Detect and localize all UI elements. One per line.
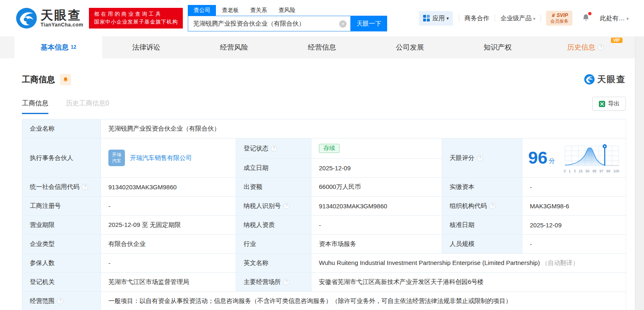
tianyancha-swirl-icon — [584, 74, 595, 85]
score-unit: 分 — [549, 157, 555, 165]
field-label: 企业类型 — [22, 235, 101, 254]
business-term-value: 2025-12-09 至 无固定期限 — [101, 216, 236, 235]
industry-value: 资本市场服务 — [311, 235, 442, 254]
field-label: 人员规模 — [442, 235, 522, 254]
tab-basic-info[interactable]: 基本信息 12 — [14, 36, 102, 58]
org-code-value: MAK3GM98-6 — [522, 197, 626, 216]
field-label: 行业 — [236, 235, 311, 254]
field-label: 执行事务合伙人 — [22, 138, 101, 178]
search-button[interactable]: 天眼一下 — [351, 16, 387, 31]
field-label: 经营范围? — [22, 292, 101, 310]
staff-size-value: - — [522, 235, 626, 254]
divider — [459, 15, 459, 21]
field-label: 参保人数 — [22, 254, 101, 273]
chevron-down-icon: ▾ — [446, 16, 449, 21]
tab-count: 12 — [71, 44, 76, 50]
company-nav-tabs: 基本信息 12 法律诉讼 经营风险 经营信息 公司发展 知识产权 VIP 历史信… — [0, 36, 644, 58]
help-icon[interactable]: ? — [489, 203, 496, 209]
subtab-business-info[interactable]: 工商信息 — [22, 99, 48, 114]
field-label: 企业名称 — [22, 119, 101, 138]
field-label: 实缴资本 — [442, 178, 522, 197]
notification-bell-icon[interactable] — [582, 13, 590, 24]
excel-icon — [599, 100, 606, 107]
divider — [495, 15, 495, 21]
help-icon[interactable]: ? — [283, 203, 290, 209]
field-label: 统一社会信用代码? — [22, 178, 101, 197]
help-icon[interactable]: ? — [57, 298, 63, 304]
search-tab-company[interactable]: 查公司 — [188, 5, 216, 16]
field-label: 主要经营场所? — [236, 273, 311, 292]
field-label: 工商注册号 — [22, 197, 101, 216]
table-row: 企业类型 有限合伙企业 行业 资本市场服务 人员规模 - — [22, 235, 626, 254]
tianyancha-logo[interactable]: 天眼查 TianYanCha.com — [16, 7, 83, 29]
partner-avatar[interactable]: 开瑞汽车 — [108, 150, 125, 166]
table-row: 参保人数 - 英文名称 Wuhu Ruiteng Industrial Inve… — [22, 254, 626, 273]
table-row: 统一社会信用代码? 91340203MAK3GM9860 出资额 66000万人… — [22, 178, 626, 197]
tianyancha-swirl-icon — [16, 7, 37, 29]
field-label: 登记状态? — [236, 138, 311, 159]
subtab-history-business-info[interactable]: 历史工商信息0 — [66, 99, 109, 114]
insured-count-value: - — [101, 254, 236, 273]
menu-enterprise[interactable]: 企业级产品▾ — [500, 14, 536, 22]
paid-capital-value: - — [522, 178, 626, 197]
tab-history-info[interactable]: VIP 历史信息 ? — [542, 36, 630, 58]
chevron-down-icon: ▾ — [626, 16, 629, 21]
search-tab-risk[interactable]: 查风险 — [273, 5, 301, 16]
score-curve-chart: 01 315 5085 9799 100 — [563, 143, 620, 173]
taxpayer-quality-value: - — [311, 216, 442, 235]
logo-domain: TianYanCha.com — [41, 22, 83, 28]
field-label: 组织机构代码? — [442, 197, 522, 216]
table-row: 营业期限 2025-12-09 至 无固定期限 纳税人资质 - 核准日期 202… — [22, 216, 626, 235]
top-bar: 天眼查 TianYanCha.com 都在用的商业查询工具 国家中小企业发展子基… — [0, 0, 644, 36]
tab-operation-risk[interactable]: 经营风险 — [190, 36, 278, 58]
score-axis-labels: 01 315 5085 9799 100 — [564, 169, 619, 173]
business-info-section: 工商信息 天眼查 工商信息 历史工商信息0 导出 — [0, 58, 644, 310]
tab-legal-litigation[interactable]: 法律诉讼 — [102, 36, 190, 58]
apps-grid-icon — [423, 15, 430, 21]
status-badge: 存续 — [319, 144, 340, 153]
menu-cooperation[interactable]: 商务合作 — [464, 14, 489, 22]
help-icon[interactable]: ? — [271, 145, 277, 152]
svip-member-button[interactable]: ♛ SVIP 会员服务 — [546, 11, 572, 26]
tianyan-score[interactable]: 96 分 — [528, 143, 620, 173]
export-button[interactable]: 导出 — [592, 97, 626, 111]
tab-intellectual-property[interactable]: 知识产权 — [454, 36, 541, 58]
company-type-value: 有限合伙企业 — [101, 235, 236, 254]
approval-date-value: 2025-12-09 — [522, 216, 626, 235]
search-tabs: 查公司 查老板 查关系 查风险 — [188, 5, 387, 16]
field-label: 纳税人资质 — [236, 216, 311, 235]
tab-operation-info[interactable]: 经营信息 — [278, 36, 366, 58]
partner-company-link[interactable]: 开瑞汽车销售有限公司 — [130, 154, 192, 162]
english-name-value: Wuhu Ruiteng Industrial Investment Partn… — [319, 259, 540, 266]
help-icon[interactable]: ? — [477, 155, 483, 161]
tab-company-development[interactable]: 公司发展 — [366, 36, 454, 58]
field-label: 成立日期 — [236, 159, 311, 178]
help-icon[interactable]: ? — [283, 279, 290, 285]
business-place-value: 安徽省芜湖市弋江区高新技术产业开发区天子港科创园6号楼 — [311, 273, 626, 292]
search-input[interactable] — [188, 16, 350, 31]
subscribe-bell-icon[interactable] — [60, 74, 71, 85]
field-label: 英文名称 — [236, 254, 311, 273]
help-icon[interactable]: ? — [82, 184, 88, 190]
business-info-table: 企业名称 芜湖锐腾产业投资合伙企业（有限合伙） 执行事务合伙人 开瑞汽车 开瑞汽… — [22, 119, 626, 310]
menu-user[interactable]: 此处有…▾ — [600, 14, 629, 22]
promo-line1: 都在用的商业查询工具 — [94, 10, 178, 18]
score-value: 96 — [528, 149, 548, 167]
field-label: 天眼评分? — [442, 138, 522, 178]
search-box: × — [188, 16, 351, 31]
top-right-menu: 应用 ▾ 商务合作 企业级产品▾ ♛ SVIP 会员服务 此处有…▾ — [419, 11, 634, 26]
divider — [541, 15, 541, 21]
help-icon[interactable]: ? — [598, 44, 604, 50]
table-row: 经营范围? 一般项目：以自有资金从事投资活动；信息咨询服务（不含许可类信息咨询服… — [22, 292, 626, 310]
apps-menu[interactable]: 应用 ▾ — [419, 11, 453, 26]
vip-badge: VIP — [611, 38, 622, 43]
clear-icon[interactable]: × — [339, 20, 347, 28]
table-row: 企业名称 芜湖锐腾产业投资合伙企业（有限合伙） — [22, 119, 626, 138]
search-tab-boss[interactable]: 查老板 — [216, 5, 244, 16]
notification-dot — [588, 12, 591, 15]
field-label: 核准日期 — [442, 216, 522, 235]
field-label: 纳税人识别号? — [236, 197, 311, 216]
search-tab-relation[interactable]: 查关系 — [244, 5, 273, 16]
reg-authority-value: 芜湖市弋江区市场监督管理局 — [101, 273, 236, 292]
scrollbar[interactable] — [635, 36, 644, 310]
